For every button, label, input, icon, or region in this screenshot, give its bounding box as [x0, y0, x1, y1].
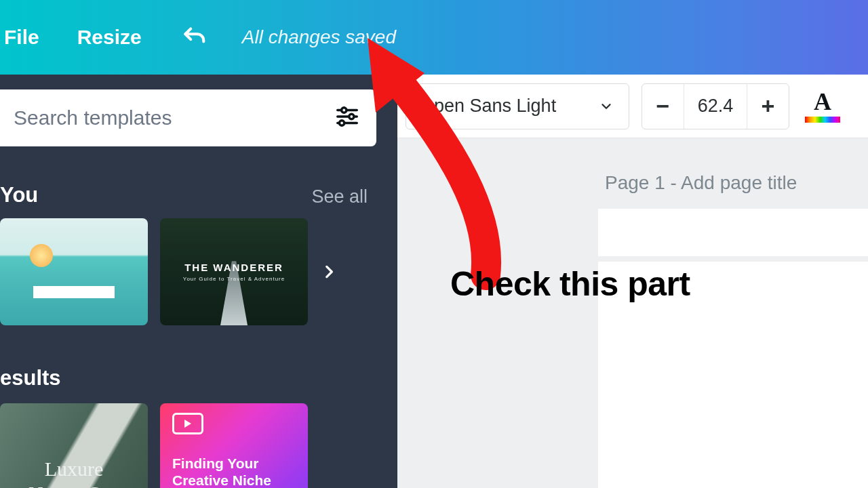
template-card[interactable]	[0, 218, 148, 325]
template-title: Finding Your Creative Niche	[172, 455, 296, 488]
templates-carousel: THE WANDERER Your Guide to Travel & Adve…	[0, 218, 338, 325]
section-heading: You	[0, 183, 38, 207]
filter-button[interactable]	[334, 104, 360, 132]
undo-button[interactable]	[180, 25, 208, 49]
text-color-button[interactable]: A	[802, 83, 844, 129]
template-thumb-detail	[33, 286, 115, 298]
template-card[interactable]: THE WANDERER Your Guide to Travel & Adve…	[160, 218, 308, 325]
page-title-input[interactable]: Page 1 - Add page title	[605, 172, 797, 194]
templates-sidebar: You See all THE WANDERER Your Guide to T…	[0, 75, 397, 488]
section-heading: esults	[0, 366, 61, 390]
chevron-down-icon	[599, 99, 614, 114]
svg-point-5	[339, 121, 344, 125]
canvas-page[interactable]	[598, 209, 868, 256]
text-color-icon: A	[814, 89, 831, 114]
editor-toolbar: Open Sans Light − + A	[397, 75, 868, 138]
search-bar	[0, 89, 376, 146]
template-card[interactable]: Finding Your Creative Niche	[160, 403, 308, 488]
file-menu[interactable]: File	[4, 26, 39, 49]
template-title: THE WANDERER	[166, 262, 302, 273]
top-menu-bar: File Resize All changes saved	[0, 0, 868, 75]
font-size-decrease-button[interactable]: −	[642, 84, 684, 129]
font-size-input[interactable]	[684, 96, 747, 117]
template-subtitle: Your Guide to Travel & Adventure	[166, 276, 302, 282]
carousel-next-button[interactable]	[320, 253, 338, 290]
template-title: Luxure Nature Spa	[28, 457, 119, 488]
undo-icon	[180, 24, 208, 50]
section-for-you-header: You See all	[0, 183, 368, 207]
svg-point-1	[342, 108, 347, 113]
svg-point-3	[349, 114, 354, 119]
chevron-right-icon	[320, 253, 338, 290]
section-results-header: esults	[0, 366, 368, 390]
annotation-text: Check this part	[450, 264, 690, 304]
search-input[interactable]	[14, 106, 334, 129]
save-status: All changes saved	[242, 26, 396, 48]
color-spectrum-icon	[805, 117, 840, 123]
font-name-label: Open Sans Light	[420, 96, 556, 117]
template-card[interactable]: Luxure Nature Spa	[0, 403, 148, 488]
font-size-stepper: − +	[642, 83, 789, 129]
canvas-area: Page 1 - Add page title	[397, 138, 868, 488]
templates-carousel: Luxure Nature Spa Finding Your Creative …	[0, 403, 308, 488]
resize-menu[interactable]: Resize	[77, 26, 142, 49]
sliders-icon	[334, 104, 360, 129]
video-icon	[172, 413, 203, 434]
font-size-increase-button[interactable]: +	[747, 84, 789, 129]
see-all-link[interactable]: See all	[311, 186, 368, 207]
font-family-select[interactable]: Open Sans Light	[406, 83, 629, 129]
